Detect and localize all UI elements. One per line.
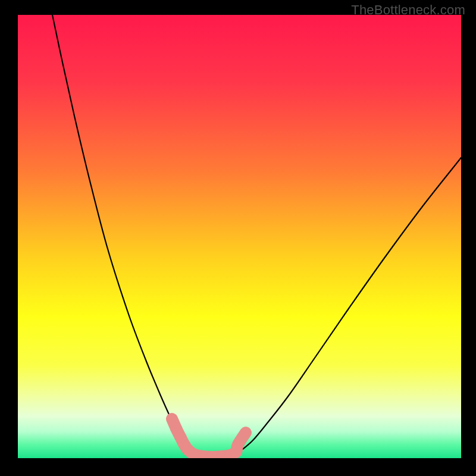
plot-area bbox=[18, 15, 461, 458]
marker-point bbox=[242, 428, 250, 437]
gradient-background bbox=[18, 15, 461, 458]
watermark-text: TheBottleneck.com bbox=[351, 2, 465, 18]
chart-frame: TheBottleneck.com bbox=[0, 0, 476, 476]
marker-point bbox=[233, 439, 243, 450]
chart-svg bbox=[18, 15, 461, 458]
